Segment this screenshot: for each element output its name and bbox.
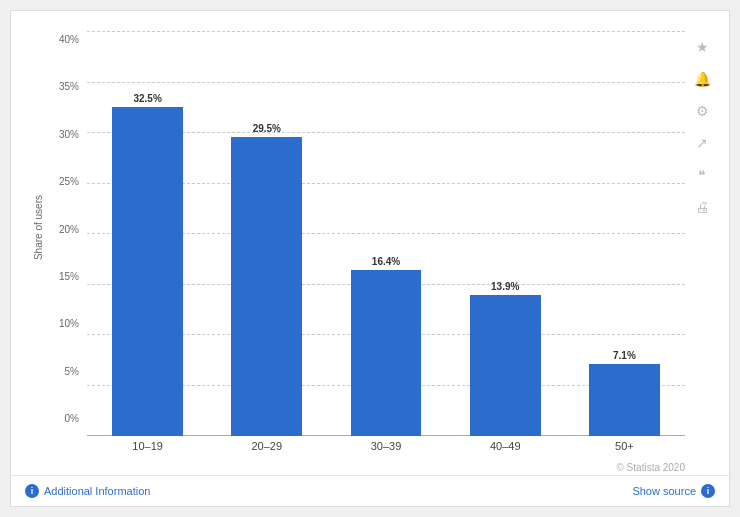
y-axis-tick: 10% [59, 319, 79, 329]
bar [351, 270, 422, 436]
x-axis-label: 50+ [574, 440, 675, 452]
bar [112, 107, 183, 436]
additional-info-label: Additional Information [44, 485, 150, 497]
show-source-button[interactable]: Show source i [632, 484, 715, 498]
chart-card: Share of users 40%35%30%25%20%15%10%5%0%… [10, 10, 730, 507]
x-axis-label: 20–29 [216, 440, 317, 452]
bar [470, 295, 541, 436]
quote-icon[interactable]: ❝ [690, 163, 714, 187]
y-axis: 40%35%30%25%20%15%10%5%0% [49, 31, 87, 452]
bar [231, 137, 302, 436]
source-info-icon: i [701, 484, 715, 498]
bar-group: 16.4% [335, 31, 436, 436]
gear-icon[interactable]: ⚙ [690, 99, 714, 123]
print-icon[interactable]: 🖨 [690, 195, 714, 219]
bar-value-label: 13.9% [491, 281, 519, 292]
bar-group: 29.5% [216, 31, 317, 436]
y-axis-tick: 15% [59, 272, 79, 282]
y-axis-tick: 5% [65, 367, 79, 377]
bar [589, 364, 660, 436]
additional-info-button[interactable]: i Additional Information [25, 484, 150, 498]
bar-group: 7.1% [574, 31, 675, 436]
bar-value-label: 16.4% [372, 256, 400, 267]
bar-group: 13.9% [455, 31, 556, 436]
info-icon: i [25, 484, 39, 498]
share-icon[interactable]: ↗ [690, 131, 714, 155]
show-source-label: Show source [632, 485, 696, 497]
y-axis-tick: 20% [59, 225, 79, 235]
y-axis-tick: 0% [65, 414, 79, 424]
y-axis-title: Share of users [33, 195, 44, 260]
sidebar-icons: ★🔔⚙↗❝🖨 [685, 31, 719, 452]
y-axis-tick: 35% [59, 82, 79, 92]
y-axis-tick: 40% [59, 35, 79, 45]
x-axis-label: 40–49 [455, 440, 556, 452]
bar-value-label: 32.5% [133, 93, 161, 104]
bar-group: 32.5% [97, 31, 198, 436]
bar-value-label: 7.1% [613, 350, 636, 361]
x-axis-label: 30–39 [335, 440, 436, 452]
statista-credit: © Statista 2020 [11, 462, 729, 475]
y-axis-tick: 30% [59, 130, 79, 140]
bar-value-label: 29.5% [253, 123, 281, 134]
footer: i Additional Information Show source i [11, 475, 729, 506]
x-axis-label: 10–19 [97, 440, 198, 452]
y-axis-tick: 25% [59, 177, 79, 187]
star-icon[interactable]: ★ [690, 35, 714, 59]
bell-icon[interactable]: 🔔 [690, 67, 714, 91]
